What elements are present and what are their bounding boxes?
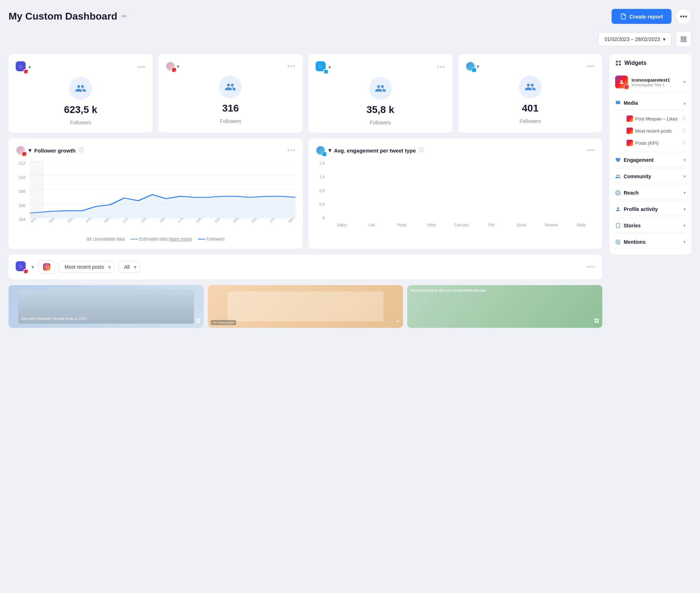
svg-rect-2 — [681, 40, 683, 42]
bar-chart: 1,8 1,4 0,9 0,5 0 — [316, 161, 596, 232]
most-recent-posts-select[interactable]: Most recent posts — [59, 261, 114, 273]
profile-activity-label: Profile activity — [624, 206, 658, 212]
account-sub: Iconosquare Test 1 — [632, 83, 680, 87]
svg-rect-26 — [616, 101, 620, 104]
divider-2 — [615, 168, 686, 169]
legend-estimated-label: Estimated data (learn more) — [139, 237, 192, 242]
ig-icon-most-recent — [627, 128, 633, 134]
bar-label-status: Status — [328, 222, 356, 227]
post-label-2: An Iconosquare — [211, 320, 236, 325]
follower-growth-title: Follower growth — [34, 148, 76, 154]
learn-more-link[interactable]: learn more — [170, 237, 190, 242]
legend-followers: Followers — [198, 237, 225, 242]
svg-point-25 — [620, 80, 622, 82]
media-section-header[interactable]: Media ▴ — [615, 97, 686, 110]
chevron-down-icon: ▾ — [177, 64, 179, 69]
edit-icon[interactable]: ✏ — [122, 12, 127, 20]
divider-6 — [615, 234, 686, 234]
people-icon — [225, 81, 236, 93]
stat-card-header-1: ⬡ ▾ ••• — [16, 61, 145, 73]
svg-rect-19 — [594, 321, 596, 323]
line-chart-svg-area — [30, 161, 296, 218]
stat-label-3: Followers — [370, 120, 391, 125]
legend-unavailable-label: Unavailable data — [93, 237, 125, 242]
legend-followers-label: Followers — [206, 237, 225, 242]
grid-toggle-button[interactable] — [676, 31, 691, 47]
reach-section-title: Reach — [615, 190, 639, 196]
stat-card-more-3[interactable]: ••• — [437, 64, 445, 70]
all-filter-wrapper[interactable]: All — [119, 261, 140, 273]
platform-selector-3[interactable]: ⬡ ▾ — [316, 61, 331, 73]
bottom-bar-more[interactable]: ••• — [587, 264, 595, 270]
chart-more-growth[interactable]: ••• — [287, 147, 296, 154]
drag-icon-posts-kpi[interactable]: ⠿ — [682, 140, 686, 146]
platform-selector-1[interactable]: ⬡ ▾ — [16, 61, 31, 73]
widget-most-recent-posts[interactable]: Most recent posts ⠿ — [627, 125, 686, 137]
engagement-chart-title: Avg. engagement per tweet type — [334, 148, 416, 154]
people-icon — [75, 83, 86, 94]
post-thumb-3: 10 Freelancing for the Lazy Social Media… — [407, 285, 602, 328]
drag-icon-post-lifespan[interactable]: ⠿ — [682, 116, 686, 122]
stat-value-4: 401 — [522, 103, 539, 114]
post-overlay-icon-1 — [195, 318, 201, 325]
account-row[interactable]: iconosquaretest1 Iconosquare Test 1 ▾ — [615, 72, 686, 92]
post-caption-3: 10 Freelancing for the Lazy Social Media… — [411, 289, 487, 292]
drag-icon-most-recent[interactable]: ⠿ — [682, 128, 686, 134]
platform-selector-2[interactable]: ▾ — [165, 61, 179, 71]
widgets-panel: Widgets iconosquaretest1 Iconosquare Tes… — [609, 54, 691, 254]
chevron-down-icon: ▾ — [663, 36, 665, 42]
divider-4 — [615, 201, 686, 201]
chevron-down-icon[interactable]: ▾ — [328, 147, 331, 154]
page-header: My Custom Dashboard ✏ Create report ••• — [9, 9, 691, 24]
widgets-title: Widgets — [624, 60, 647, 66]
chart-header-engagement: ▾ Avg. engagement per tweet type ⓘ ••• — [316, 145, 596, 155]
svg-rect-24 — [619, 64, 621, 66]
engagement-icon — [615, 157, 621, 163]
people-icon — [375, 83, 386, 94]
followers-icon-3 — [369, 77, 392, 100]
dashboard-area: ⬡ ▾ ••• 623,5 k Followers — [9, 54, 691, 328]
account-chevron-down: ▾ — [684, 79, 686, 84]
date-picker[interactable]: 01/02/2023 – 28/02/2023 ▾ — [598, 32, 671, 46]
stat-card-header-4: ▾ ••• — [465, 61, 595, 71]
engagement-section-header[interactable]: Engagement ▾ — [615, 154, 686, 167]
chevron-down-icon[interactable]: ▾ — [29, 147, 31, 154]
media-sub-items: Post lifespan – Likes ⠿ Most recent post… — [615, 110, 686, 150]
header-more-button[interactable]: ••• — [676, 9, 691, 24]
account-icon — [619, 79, 624, 85]
create-report-button[interactable]: Create report — [612, 9, 671, 24]
svg-rect-15 — [196, 321, 198, 323]
post-card-3: 10 Freelancing for the Lazy Social Media… — [407, 285, 602, 328]
chevron-down-icon: ▾ — [29, 65, 31, 70]
stat-card-more-4[interactable]: ••• — [587, 63, 595, 69]
widget-posts-kpi[interactable]: Posts (KPI) ⠿ — [627, 137, 686, 149]
platform-selector-4[interactable]: ▾ — [465, 61, 479, 71]
most-recent-posts-label: Most recent posts — [635, 128, 672, 134]
community-section-header[interactable]: Community ▾ — [615, 170, 686, 183]
mentions-section-header[interactable]: Mentions ▾ — [615, 236, 686, 249]
stat-card-more-1[interactable]: ••• — [137, 64, 145, 70]
charts-row: ▾ Follower growth ⓘ ••• 312 310 308 306 … — [9, 138, 602, 249]
chart-more-engagement[interactable]: ••• — [587, 147, 595, 154]
chevron-down-icon[interactable]: ▾ — [31, 264, 34, 270]
post-overlay-icon-3 — [594, 318, 599, 325]
all-filter-select[interactable]: All — [119, 261, 140, 273]
mentions-section-title: Mentions — [615, 239, 645, 245]
ig-icon-posts-kpi — [627, 140, 633, 146]
people-icon — [525, 81, 536, 93]
stat-card-more-2[interactable]: ••• — [287, 63, 296, 69]
toolbar: 01/02/2023 – 28/02/2023 ▾ — [9, 31, 691, 47]
engagement-label: Engagement — [624, 157, 654, 163]
stories-section-header[interactable]: Stories ▾ — [615, 219, 686, 232]
widget-post-lifespan[interactable]: Post lifespan – Likes ⠿ — [627, 113, 686, 125]
followers-icon-2 — [219, 76, 242, 98]
legend-unavailable: Unavailable data — [87, 237, 125, 242]
reach-section-header[interactable]: Reach ▾ — [615, 186, 686, 200]
post-card-2: An Iconosquare — [208, 285, 403, 328]
stat-card-header-3: ⬡ ▾ ••• — [316, 61, 445, 73]
profile-activity-section-header[interactable]: Profile activity ▾ — [615, 203, 686, 216]
mentions-label: Mentions — [624, 239, 645, 245]
svg-rect-17 — [594, 319, 596, 320]
mentions-chevron: ▾ — [684, 239, 686, 244]
filter-select-wrapper[interactable]: Most recent posts — [59, 261, 114, 273]
